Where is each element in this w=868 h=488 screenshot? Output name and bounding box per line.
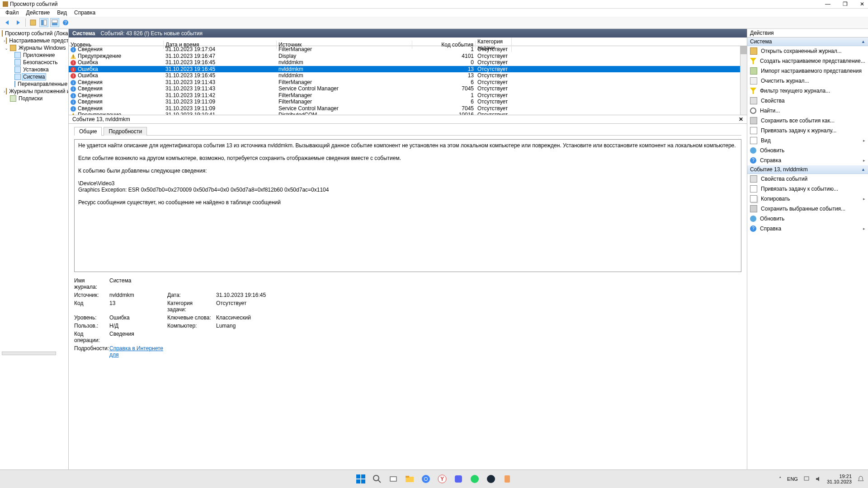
toolbar-help-icon[interactable]: ? [61,18,70,27]
svg-rect-4 [52,23,57,25]
action-label: Фильтр текущего журнала... [760,88,830,94]
taskview-icon[interactable] [387,473,400,485]
svg-point-11 [373,475,379,481]
toolbar-show-icon[interactable] [28,18,38,27]
action-item[interactable]: Сохранить все события как... [747,116,868,126]
event-row[interactable]: !Ошибка31.10.2023 19:16:45nvlddmkm0Отсут… [69,59,747,66]
action-item[interactable]: Привязать задачу к журналу... [747,126,868,136]
tree-subscriptions[interactable]: Подписки [1,95,68,102]
tab-general[interactable]: Общие [74,127,102,136]
task-icon [750,127,757,134]
tray-language[interactable]: ENG [787,476,798,482]
detail-header: Событие 13, nvlddmkm ✕ [69,115,747,124]
log-count: Событий: 43 826 (!) Есть новые события [101,30,203,37]
list-scrollbar[interactable] [740,46,747,115]
toolbar-panel1-icon[interactable] [39,18,48,27]
whatsapp-icon[interactable] [468,473,481,485]
tray-clock[interactable]: 19:21 31.10.2023 [827,474,852,484]
back-button[interactable] [3,18,12,27]
tree-application[interactable]: Приложение [1,52,68,59]
app-icon[interactable] [501,473,514,485]
svg-rect-22 [455,475,462,483]
prop-icon [750,97,757,104]
explorer-icon[interactable] [403,473,416,485]
action-item[interactable]: Свойства [747,96,868,106]
detail-close-button[interactable]: ✕ [739,116,743,122]
center-pane: Система Событий: 43 826 (!) Есть новые с… [69,29,747,488]
action-item[interactable]: Обновить [747,214,868,224]
tray-notifications-icon[interactable] [857,475,864,483]
minimize-button[interactable]: — [825,1,831,7]
search-icon[interactable] [371,473,383,485]
action-item[interactable]: Привязать задачу к событию... [747,184,868,194]
svg-line-12 [378,480,381,483]
action-item[interactable]: Открыть сохраненный журнал... [747,46,868,56]
action-item[interactable]: ?Справка▸ [747,224,868,234]
start-button[interactable] [354,473,367,485]
info-icon: i [71,86,76,92]
close-button[interactable]: ✕ [859,1,865,7]
tree-security[interactable]: Безопасность [1,59,68,66]
action-item[interactable]: Создать настраиваемое представление... [747,56,868,66]
log-header: Система Событий: 43 826 (!) Есть новые с… [69,29,747,38]
svg-text:Y: Y [440,476,444,482]
error-icon: ! [71,73,76,79]
detail-title: Событие 13, nvlddmkm [72,116,130,122]
action-label: Вид [761,137,771,144]
event-row[interactable]: iСведения31.10.2023 19:17:04FilterManage… [69,46,747,53]
menu-view[interactable]: Вид [55,9,69,17]
menu-action[interactable]: Действие [24,9,52,17]
menu-help[interactable]: Справка [72,9,97,17]
svg-point-19 [425,478,427,480]
tab-details[interactable]: Подробности [104,127,147,136]
event-row[interactable]: !Ошибка31.10.2023 19:16:45nvlddmkm13Отсу… [69,66,747,73]
menu-file[interactable]: Файл [4,9,21,17]
action-item[interactable]: Свойства событий [747,174,868,184]
yandex-icon[interactable]: Y [436,473,448,485]
tree-windows-logs[interactable]: ⌄Журналы Windows [1,44,68,52]
action-item[interactable]: ?Справка▸ [747,155,868,165]
tray-volume-icon[interactable] [815,476,821,482]
chrome-icon[interactable] [420,473,432,485]
action-label: Копировать [761,196,790,202]
tree-system[interactable]: Система [1,73,68,80]
error-icon: ! [71,60,76,66]
event-row[interactable]: iСведения31.10.2023 19:11:43FilterManage… [69,79,747,86]
action-item[interactable]: Найти... [747,106,868,116]
action-item[interactable]: Импорт настраиваемого представления [747,66,868,76]
event-row[interactable]: iСведения31.10.2023 19:11:42FilterManage… [69,92,747,99]
event-row[interactable]: !Предупреждение31.10.2023 19:10:41Distri… [69,112,747,115]
maximize-button[interactable]: ❐ [842,1,848,7]
event-description: Не удается найти описание для идентифика… [74,139,741,272]
action-item[interactable]: Фильтр текущего журнала... [747,86,868,96]
tree-forwarded[interactable]: Перенаправленные события [1,80,68,88]
tree-apps-services[interactable]: ›Журналы приложений и служб [1,88,68,95]
tray-network-icon[interactable] [803,476,810,482]
event-row[interactable]: iСведения31.10.2023 19:11:09Service Cont… [69,105,747,112]
toolbar-panel2-icon[interactable] [50,18,59,27]
tray-chevron-icon[interactable]: ˄ [779,476,782,482]
action-item[interactable]: Сохранить выбранные события... [747,204,868,214]
discord-icon[interactable] [452,473,465,485]
steam-icon[interactable] [485,473,497,485]
tree-pane: Просмотр событий (Локальный) ›Настраивае… [0,29,69,488]
event-row[interactable]: iСведения31.10.2023 19:11:09FilterManage… [69,99,747,105]
import-icon [750,67,757,75]
event-row[interactable]: !Предупреждение31.10.2023 19:16:47Displa… [69,53,747,60]
event-row[interactable]: iСведения31.10.2023 19:11:43Service Cont… [69,85,747,92]
action-item[interactable]: Копировать▸ [747,194,868,204]
action-label: Справка [760,157,781,164]
action-item[interactable]: Вид▸ [747,136,868,145]
svg-rect-9 [356,479,360,483]
tree-setup[interactable]: Установка [1,66,68,73]
svg-text:?: ? [64,20,67,25]
action-item[interactable]: Очистить журнал... [747,76,868,86]
tree-scrollbar[interactable] [2,352,56,355]
online-help-link[interactable]: Справка в Интернете для [109,345,163,358]
tree-custom-views[interactable]: ›Настраиваемые представления [1,37,68,44]
action-item[interactable]: Обновить [747,145,868,155]
event-row[interactable]: !Ошибка31.10.2023 19:16:45nvlddmkm13Отсу… [69,72,747,79]
list-header[interactable]: Уровень Дата и время Источник Код событи… [69,38,747,46]
forward-button[interactable] [14,18,23,27]
tree-root[interactable]: Просмотр событий (Локальный) [1,30,68,37]
